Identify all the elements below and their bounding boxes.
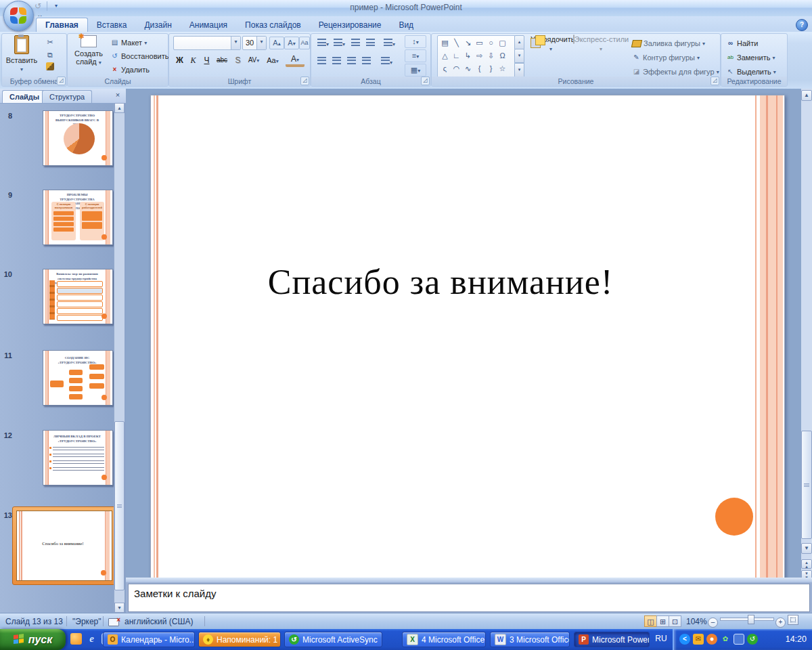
bold-button[interactable]: Ж xyxy=(173,54,186,67)
icq-flower-tray-icon[interactable]: ✿ xyxy=(720,634,731,645)
mail-tray-icon[interactable]: ✉ xyxy=(693,634,704,645)
arrange-button[interactable]: Упорядочить▾ xyxy=(531,35,571,52)
taskbar-button-reminders[interactable]: ♦ Напоминаний: 1 xyxy=(198,632,281,647)
shrink-font-button[interactable]: А▾ xyxy=(284,37,299,49)
align-center-button[interactable] xyxy=(330,54,344,67)
increase-indent-button[interactable] xyxy=(364,36,378,49)
arrow-shape-icon[interactable]: ↘ xyxy=(462,37,474,49)
new-slide-button[interactable]: ✱ Создать слайд ▾ xyxy=(70,35,108,66)
left-brace-shape-icon[interactable]: { xyxy=(474,62,485,75)
decrease-indent-button[interactable] xyxy=(349,36,363,49)
clock[interactable]: 14:20 xyxy=(786,634,807,644)
change-case-button[interactable]: Aa▾ xyxy=(264,54,281,67)
down-arrow-shape-icon[interactable]: ⇩ xyxy=(485,49,497,62)
previous-slide-button[interactable]: ▲▲ xyxy=(801,559,812,569)
tab-animation[interactable]: Анимация xyxy=(181,18,236,32)
shapes-gallery-more[interactable]: ▾ xyxy=(514,62,524,78)
paste-button[interactable]: Вставить▾ xyxy=(5,35,39,73)
reminder-clock-tray-icon[interactable] xyxy=(706,634,717,645)
align-text-button[interactable]: ≡▾ xyxy=(405,49,426,62)
zoom-slider-track[interactable] xyxy=(720,618,774,621)
notes-splitter[interactable] xyxy=(126,578,812,582)
columns-button[interactable]: ▾ xyxy=(379,54,392,67)
notes-input[interactable]: Заметки к слайду xyxy=(128,584,810,612)
tab-outline[interactable]: Структура xyxy=(42,90,92,103)
language-indicator[interactable]: английский (США) xyxy=(125,617,193,626)
font-color-button[interactable]: А▾ xyxy=(286,54,304,67)
zoom-out-button[interactable]: – xyxy=(708,618,718,628)
panel-scroll-up[interactable]: ▲ xyxy=(114,103,125,113)
start-button[interactable]: пуск xyxy=(0,629,66,650)
normal-view-button[interactable]: ◫ xyxy=(644,615,657,627)
taskbar-button-calendar[interactable]: O Календарь - Micro... xyxy=(103,632,195,647)
justify-button[interactable] xyxy=(360,54,374,67)
align-left-button[interactable] xyxy=(315,54,329,67)
zoom-slider-thumb[interactable] xyxy=(748,615,754,624)
line-shape-icon[interactable]: ╲ xyxy=(451,37,462,49)
format-painter-button[interactable] xyxy=(44,62,56,74)
slide-thumbnail-13-selected[interactable]: Спасибо за внимание! xyxy=(12,506,116,585)
tab-design[interactable]: Дизайн xyxy=(135,18,180,32)
underline-button[interactable]: Ч xyxy=(200,54,213,67)
taskbar-button-excel-group[interactable]: X 4 Microsoft Office ...▾ xyxy=(402,632,486,647)
right-brace-shape-icon[interactable]: } xyxy=(485,62,497,75)
slide-thumbnail-8[interactable]: ТРУДОУСТРОЙСТВО ВЫПУСКНИКОВ ВВАГС В 2007… xyxy=(43,110,113,166)
internet-explorer-icon[interactable]: e xyxy=(86,633,97,645)
scroll-down-button[interactable]: ▼ xyxy=(801,543,812,554)
star-shape-icon[interactable]: ☆ xyxy=(497,62,508,75)
text-shadow-button[interactable]: S xyxy=(231,54,244,67)
elbow-arrow-shape-icon[interactable]: ↳ xyxy=(462,49,474,62)
taskbar-button-word-group[interactable]: W 3 Microsoft Office ...▾ xyxy=(490,632,570,647)
slide-thumbnail-10[interactable]: Комплекс мер по развитию системы трудоус… xyxy=(43,269,113,324)
shapes-scroll-up[interactable]: ▴ xyxy=(514,35,524,50)
cut-button[interactable]: ✂ xyxy=(44,37,56,48)
copy-button[interactable]: ⧉ xyxy=(44,49,56,61)
slideshow-view-button[interactable]: ⊡ xyxy=(669,615,681,627)
italic-button[interactable]: К xyxy=(187,54,200,67)
tab-slideshow[interactable]: Показ слайдов xyxy=(236,18,310,32)
slide-title-text[interactable]: Спасибо за внимание! xyxy=(151,262,730,302)
paragraph-dialog-launcher[interactable]: ◿ xyxy=(421,77,430,85)
scroll-up-button[interactable]: ▲ xyxy=(801,90,812,101)
slide-canvas[interactable]: Спасибо за внимание! xyxy=(150,95,785,578)
tab-view[interactable]: Вид xyxy=(390,18,422,32)
character-spacing-button[interactable]: AV▾ xyxy=(245,54,263,67)
drawing-dialog-launcher[interactable]: ◿ xyxy=(710,77,719,85)
text-direction-button[interactable]: ↕▾ xyxy=(405,35,426,48)
shapes-scroll-down[interactable]: ▾ xyxy=(514,49,524,64)
delete-slide-button[interactable]: × Удалить xyxy=(110,64,150,76)
right-arrow-shape-icon[interactable]: ⇨ xyxy=(474,49,485,62)
align-right-button[interactable] xyxy=(345,54,359,67)
panel-scroll-down[interactable]: ▼ xyxy=(114,603,125,613)
arc-shape-icon[interactable]: ◠ xyxy=(451,62,462,75)
line-spacing-button[interactable]: ▾ xyxy=(382,36,395,49)
convert-to-smartart-button[interactable]: ▦▾ xyxy=(405,64,426,77)
panel-close-icon[interactable]: × xyxy=(113,91,122,100)
help-button[interactable]: ? xyxy=(796,19,808,31)
shape-outline-button[interactable]: ✎ Контур фигуры▾ xyxy=(632,51,700,64)
zoom-in-button[interactable]: + xyxy=(775,618,786,628)
curve-shape-icon[interactable]: ∿ xyxy=(462,62,474,75)
slide-thumbnail-12[interactable]: ЛИЧНЫЙ ВКЛАД В ПРОЕКТ «ТРУДОУСТРОЙСТВО» xyxy=(43,430,113,485)
slide-thumbnail-11[interactable]: СОЗДАНИЕ ИС «ТРУДОУСТРОЙСТВО» xyxy=(43,350,113,406)
slide-thumbnail-9[interactable]: ПРОБЛЕМЫ ТРУДОУСТРОЙСТВА ВЫПУСКНИКОВ И С… xyxy=(43,190,113,245)
panel-scrollbar-thumb[interactable] xyxy=(114,421,125,590)
font-name-combo[interactable]: ▾ xyxy=(173,36,241,50)
taskbar-button-activesync[interactable]: ↺ Microsoft ActiveSync xyxy=(284,632,382,647)
keyboard-language-indicator[interactable]: RU xyxy=(652,634,670,643)
messenger-tray-icon[interactable]: < xyxy=(679,634,690,645)
elbow-connector-shape-icon[interactable]: ∟ xyxy=(451,49,462,62)
spell-check-icon[interactable] xyxy=(108,618,119,626)
quick-styles-button[interactable]: Экспресс-стили▾ xyxy=(572,35,629,52)
activesync-tray-icon[interactable]: ↺ xyxy=(747,634,758,645)
font-dialog-launcher[interactable]: ◿ xyxy=(300,77,309,85)
scrollbar-thumb[interactable] xyxy=(801,431,812,539)
font-size-combo[interactable]: 30▾ xyxy=(242,36,267,50)
slide-thumbnail-13[interactable]: Спасибо за внимание! xyxy=(16,511,112,581)
textbox-shape-icon[interactable]: ▤ xyxy=(439,37,451,49)
rectangle-shape-icon[interactable]: ▭ xyxy=(474,37,485,49)
bullets-button[interactable]: ▾ xyxy=(315,36,329,49)
fit-to-window-icon[interactable] xyxy=(788,615,798,625)
replace-button[interactable]: ab Заменить▾ xyxy=(726,51,775,64)
scribble-shape-icon[interactable]: ς xyxy=(439,62,451,75)
